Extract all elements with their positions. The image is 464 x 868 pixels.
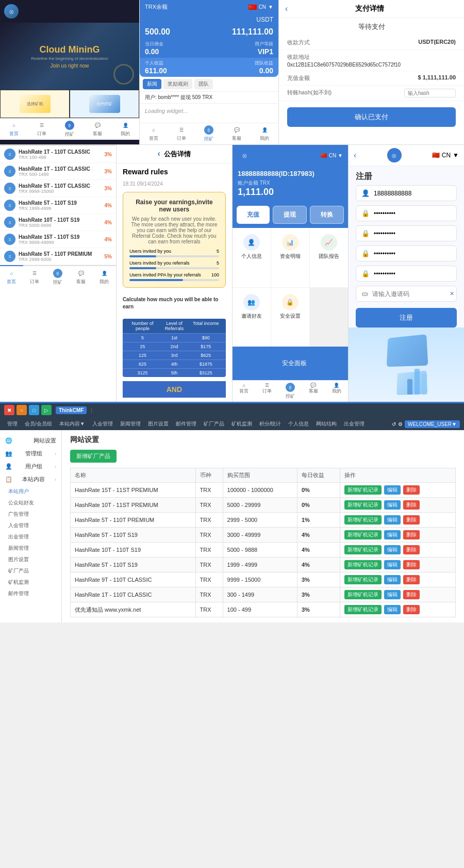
sidebar-site-content[interactable]: 📋 本站内容 › [0,473,61,486]
mining-nav-home[interactable]: ⌂ 首页 [0,265,23,288]
edit-button[interactable]: 编辑 [384,485,401,495]
edit-button[interactable]: 编辑 [384,605,401,614]
edit-button[interactable]: 编辑 [384,590,401,599]
profile-menu-invite[interactable]: 👥 邀请好友 [233,288,271,347]
quick-icon-blue[interactable]: □ [29,405,39,415]
admin-toolbar-item[interactable]: 矿机监测 [228,419,255,429]
profile-menu-personal[interactable]: 👤 个人信息 [233,228,271,287]
edit-button[interactable]: 编辑 [384,560,401,569]
sidebar-user-group[interactable]: 👤 用户组 › [0,460,61,473]
slider-1[interactable] [129,255,219,257]
announce-back-btn[interactable]: ‹ [157,149,160,158]
mining-list-item[interactable]: Ξ HashRate 1T - 110T CLASSIC TRX 500-149… [0,163,116,180]
tab-team[interactable]: 团队 [194,79,213,89]
sidebar-sub-users[interactable]: 本站用户 [0,486,61,497]
profile-menu-funds[interactable]: 📊 资金明细 [271,228,309,287]
add-record-button[interactable]: 新增矿机记录 [344,560,382,569]
slider-3[interactable] [129,279,219,281]
trx-nav-home[interactable]: ⌂ 首页 [140,123,168,144]
profile-menu-security[interactable]: 🔒 安全设置 [271,288,309,347]
admin-toolbar-item[interactable]: 新闻管理 [117,419,144,429]
cloud-nav-mine[interactable]: 👤 我的 [111,119,139,140]
mining-nav-mining[interactable]: ₿ 挖矿 [46,266,70,288]
profile-nav-home[interactable]: ⌂ 首页 [233,381,256,402]
sidebar-sub-email[interactable]: 邮件管理 [0,588,61,599]
sidebar-sub-news[interactable]: 新闻管理 [0,543,61,554]
sidebar-website-settings[interactable]: 🌐 网站设置 [0,434,61,447]
trx-nav-mining[interactable]: ₿ 挖矿 [195,123,223,144]
mining-nav-order[interactable]: ☰ 订单 [23,266,46,288]
recharge-button[interactable]: 充值 [237,206,270,224]
delete-button[interactable]: 删除 [403,590,420,599]
add-record-button[interactable]: 新增矿机记录 [344,515,382,525]
mining-list-item[interactable]: Ξ HashRate 5T - 110T S19 TRX 1999-4999 4… [0,197,116,214]
quick-icon-green[interactable]: ▷ [41,405,52,415]
delete-button[interactable]: 删除 [403,560,420,569]
cloud-nav-mining[interactable]: ₿ 挖矿 [56,119,84,140]
trx-nav-mine[interactable]: 👤 我的 [251,123,278,144]
tab-news[interactable]: 新闻 [143,79,161,89]
admin-toolbar-item[interactable]: 个人信息 [285,419,312,429]
delete-button[interactable]: 删除 [403,485,420,495]
profile-nav-order[interactable]: ☰ 订单 [256,381,279,402]
delete-button[interactable]: 删除 [403,605,420,614]
sidebar-sub-withdrawal[interactable]: 出金管理 [0,531,61,543]
delete-button[interactable]: 删除 [403,500,420,510]
edit-button[interactable]: 编辑 [384,545,401,554]
delete-button[interactable]: 删除 [403,530,420,539]
reg-password-input[interactable] [374,210,451,217]
reg-withdrawal-pwd-input[interactable] [374,250,451,257]
safety-panel-button[interactable]: 安全面板 [241,354,348,373]
admin-toolbar-item[interactable]: 本站内容▼ [56,419,88,429]
mining-list-item[interactable]: Ξ HashRate 15T - 110T S19 TRX 9999-49999… [0,231,116,248]
mining-nav-service[interactable]: 💬 客服 [70,266,93,288]
cloud-thumb-1[interactable]: 选择矿机 [0,90,70,118]
add-record-button[interactable]: 新增矿机记录 [344,590,382,599]
admin-toolbar-item[interactable]: 邮件管理 [173,419,200,429]
sidebar-management[interactable]: 👥 管理组 › [0,447,61,460]
convert-button[interactable]: 转换 [310,206,344,224]
add-record-button[interactable]: 新增矿机记录 [344,500,382,510]
mining-nav-mine[interactable]: 👤 我的 [93,266,116,288]
admin-toolbar-item[interactable]: 积分/统计 [256,419,285,429]
withdraw-button[interactable]: 提现 [273,206,307,224]
add-mining-product-button[interactable]: 新增矿厂产品 [70,450,117,463]
add-record-button[interactable]: 新增矿机记录 [344,575,382,584]
admin-toolbar-item[interactable]: 网站结构 [313,419,340,429]
add-record-button[interactable]: 新增矿机记录 [344,605,382,614]
reg-invite-code-input[interactable] [372,290,450,298]
register-button[interactable]: 注册 [356,308,457,327]
cloud-nav-order[interactable]: ☰ 订单 [28,119,56,140]
edit-button[interactable]: 编辑 [384,500,401,510]
profile-nav-service[interactable]: 💬 客服 [302,381,325,402]
admin-toolbar-item[interactable]: 出金管理 [341,419,368,429]
admin-toolbar-item[interactable]: 管理 [4,419,21,429]
profile-menu-team[interactable]: 📈 团队报告 [310,228,348,287]
profile-nav-mining[interactable]: ₿ 挖矿 [279,381,302,402]
add-record-button[interactable]: 新增矿机记录 [344,545,382,554]
quick-icon-orange[interactable]: ○ [16,405,27,415]
sidebar-sub-membership[interactable]: 入会管理 [0,520,61,531]
delete-button[interactable]: 删除 [403,545,420,554]
sidebar-sub-mining-monitor[interactable]: 矿机监测 [0,577,61,588]
admin-toolbar-item[interactable]: 矿厂产品 [201,419,227,429]
register-back-btn[interactable]: ‹ [354,151,356,160]
trx-nav-service[interactable]: 💬 客服 [223,123,251,144]
edit-button[interactable]: 编辑 [384,530,401,539]
admin-toolbar-item[interactable]: 会员/会员组 [22,419,55,429]
reg-confirm-withdrawal-pwd-input[interactable] [374,270,451,277]
edit-button[interactable]: 编辑 [384,515,401,525]
mining-list-item[interactable]: Ξ HashRate 10T - 110T S19 TRX 5000-9999 … [0,214,116,231]
delete-button[interactable]: 删除 [403,575,420,584]
sidebar-sub-friends[interactable]: 公众站好友 [0,497,61,509]
cloud-thumb-2[interactable]: 合约挖矿 [70,90,139,118]
add-record-button[interactable]: 新增矿机记录 [344,485,382,495]
hash-input[interactable] [404,89,456,97]
slider-2[interactable] [129,267,219,269]
mining-list-item[interactable]: Ξ HashRate 1T - 110T CLASSIC TRX 100-499… [0,146,116,163]
mining-list-item[interactable]: Ξ HashRate 5T - 110T PREMIUM TRX 2999-50… [0,248,116,265]
admin-toolbar-item[interactable]: 入会管理 [89,419,116,429]
sidebar-sub-mining-products[interactable]: 矿厂产品 [0,565,61,577]
delete-button[interactable]: 删除 [403,515,420,525]
admin-toolbar-item[interactable]: 图片设置 [145,419,172,429]
